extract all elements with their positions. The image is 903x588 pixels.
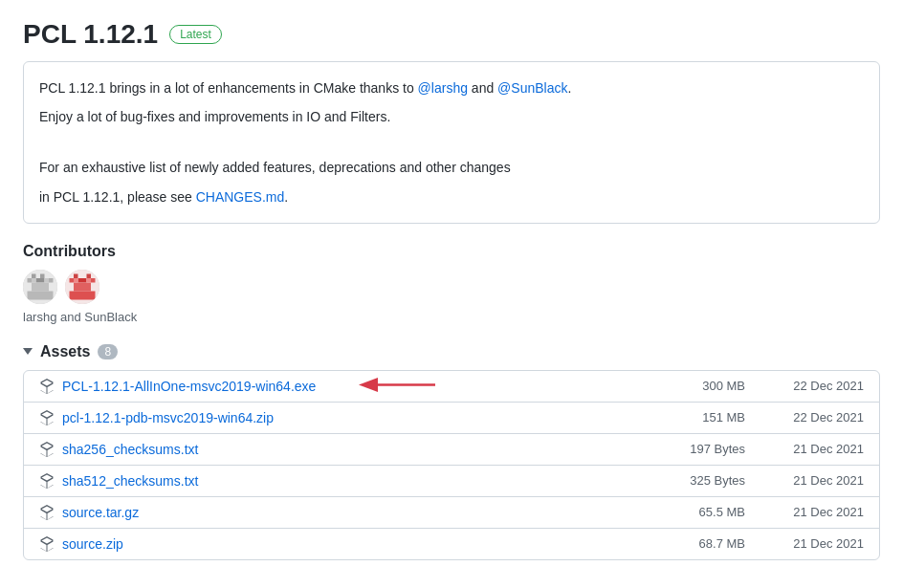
description-line3: For an exhaustive list of newly added fe… (39, 157, 864, 178)
asset-name-5[interactable]: source.tar.gz (62, 505, 692, 520)
svg-rect-2 (40, 273, 45, 278)
asset-row: sha256_checksums.txt 197 Bytes 21 Dec 20… (24, 434, 879, 466)
asset-date-3: 21 Dec 2021 (768, 442, 864, 456)
svg-rect-7 (28, 291, 54, 299)
asset-date-1: 22 Dec 2021 (768, 379, 864, 393)
contributors-title: Contributors (23, 243, 880, 260)
asset-size-2: 151 MB (692, 410, 768, 425)
asset-row: source.tar.gz 65.5 MB 21 Dec 2021 (24, 497, 879, 529)
asset-name-3[interactable]: sha256_checksums.txt (62, 442, 690, 457)
package-icon (39, 536, 55, 552)
assets-table: PCL-1.12.1-AllInOne-msvc2019-win64.exe 3… (23, 370, 880, 560)
asset-row: pcl-1.12.1-pdb-msvc2019-win64.zip 151 MB… (24, 403, 879, 434)
svg-rect-19 (87, 278, 92, 283)
asset-size-3: 197 Bytes (690, 442, 768, 456)
svg-rect-16 (74, 282, 91, 291)
latest-badge: Latest (169, 25, 222, 44)
svg-rect-3 (28, 278, 33, 283)
avatar-sunblack[interactable] (65, 270, 99, 304)
svg-rect-1 (32, 273, 36, 278)
asset-size-1: 300 MB (692, 379, 768, 393)
asset-name-2[interactable]: pcl-1.12.1-pdb-msvc2019-win64.zip (62, 410, 692, 425)
svg-rect-15 (91, 278, 96, 283)
asset-name-6[interactable]: source.zip (62, 536, 692, 552)
package-icon (39, 379, 55, 394)
package-icon (39, 410, 55, 425)
changelog-link[interactable]: CHANGES.md (196, 189, 285, 205)
assets-count: 8 (98, 344, 118, 359)
asset-size-5: 65.5 MB (692, 505, 768, 519)
larshg-link[interactable]: @larshg (418, 80, 468, 96)
avatar-larshg[interactable] (23, 270, 57, 304)
svg-rect-4 (36, 278, 45, 283)
asset-row: sha512_checksums.txt 325 Bytes 21 Dec 20… (24, 466, 879, 497)
contributors-section: Contributors (23, 243, 880, 324)
sunblack-link[interactable]: @SunBlack (497, 80, 567, 96)
assets-section: Assets 8 PCL-1.12.1-AllInOne-msvc2019-wi… (23, 343, 880, 560)
release-header: PCL 1.12.1 Latest (23, 19, 880, 50)
release-description: PCL 1.12.1 brings in a lot of enhancemen… (23, 61, 880, 224)
svg-rect-6 (32, 282, 49, 291)
svg-rect-11 (74, 273, 78, 278)
package-icon (39, 505, 55, 520)
asset-date-6: 21 Dec 2021 (768, 536, 864, 551)
assets-title: Assets (40, 343, 90, 360)
triangle-down-icon (23, 348, 33, 355)
package-icon (39, 442, 55, 457)
description-line2: Enjoy a lot of bug-fixes and improvement… (39, 106, 864, 127)
asset-size-6: 68.7 MB (692, 536, 768, 551)
svg-rect-14 (78, 278, 87, 283)
assets-header[interactable]: Assets 8 (23, 343, 880, 360)
package-icon (39, 473, 55, 489)
description-line4: in PCL 1.12.1, please see CHANGES.md. (39, 186, 864, 207)
asset-date-4: 21 Dec 2021 (768, 473, 864, 488)
asset-name-4[interactable]: sha512_checksums.txt (62, 473, 690, 489)
svg-rect-9 (45, 278, 50, 283)
svg-rect-18 (74, 278, 78, 283)
svg-rect-17 (70, 291, 96, 299)
contributors-names: larshg and SunBlack (23, 310, 880, 324)
asset-name-1[interactable]: PCL-1.12.1-AllInOne-msvc2019-win64.exe (62, 379, 692, 394)
description-line1: PCL 1.12.1 brings in a lot of enhancemen… (39, 77, 864, 98)
svg-rect-13 (70, 278, 75, 283)
asset-row: PCL-1.12.1-AllInOne-msvc2019-win64.exe 3… (24, 371, 879, 403)
asset-size-4: 325 Bytes (690, 473, 768, 488)
asset-row: source.zip 68.7 MB 21 Dec 2021 (24, 529, 879, 559)
release-title: PCL 1.12.1 (23, 19, 158, 50)
svg-rect-12 (87, 273, 92, 278)
svg-rect-5 (49, 278, 54, 283)
svg-rect-8 (32, 278, 36, 283)
contributors-avatars (23, 270, 880, 304)
asset-date-5: 21 Dec 2021 (768, 505, 864, 519)
asset-date-2: 22 Dec 2021 (768, 410, 864, 425)
